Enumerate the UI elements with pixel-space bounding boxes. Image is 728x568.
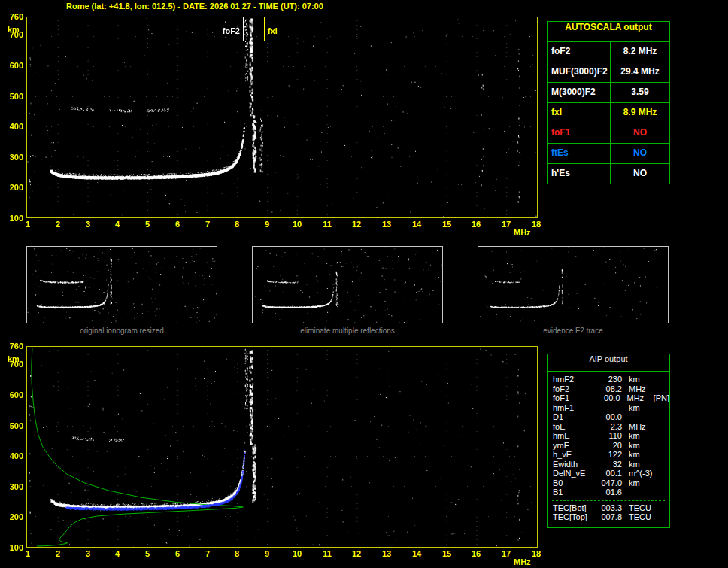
param-label: TEC[Bot] (548, 503, 598, 513)
param-unit: km (622, 375, 654, 384)
param-unit: km (622, 431, 654, 441)
param-label: foF2 (548, 42, 611, 62)
x-tick-label: 2 (51, 220, 65, 229)
x-tick-label: 4 (111, 220, 124, 229)
aip-row-b1: B101.6 (548, 488, 669, 497)
x-tick-label: 17 (499, 220, 513, 229)
table-row-muf3000f2: MUF(3000)F2 29.4 MHz (548, 62, 669, 83)
y-tick-label: 760 (1, 342, 23, 351)
param-label: foE (548, 422, 592, 432)
aip-row-foe: foE2.3MHz (548, 422, 669, 432)
param-value: 08.2 (592, 384, 622, 394)
y-axis-unit-label: km (8, 355, 20, 363)
x-tick-label: 8 (230, 220, 244, 229)
aip-table-rows: hmF2230km foF208.2MHz foF100.0MHz[PN] hm… (548, 372, 669, 522)
tec-separator (552, 500, 665, 501)
param-value: 047.0 (592, 478, 622, 488)
param-value: 20 (592, 441, 622, 451)
thumbnail-caption: original ionogram resized (26, 327, 217, 335)
x-tick-label: 11 (320, 550, 334, 558)
x-tick-label: 17 (499, 550, 513, 558)
param-unit (622, 488, 654, 497)
aip-table-title: AIP output (548, 354, 669, 372)
x-tick-label: 18 (529, 550, 543, 558)
fxi-marker-line (264, 17, 265, 41)
y-tick-label: 200 (1, 184, 23, 192)
param-unit: MHz (620, 393, 652, 403)
param-value: --- (592, 403, 622, 413)
aip-row-d1: D100.0 (548, 412, 669, 422)
param-value: 003.3 (598, 503, 622, 513)
autoscala-table-title: AUTOSCALA output (548, 22, 669, 42)
top-ionogram-canvas (27, 17, 537, 217)
param-value: 29.4 MHz (611, 62, 669, 82)
y-tick-label: 500 (1, 422, 23, 430)
x-tick-label: 11 (320, 220, 334, 229)
param-value: 230 (592, 375, 622, 384)
y-tick-label: 300 (1, 483, 23, 491)
param-value: 32 (592, 460, 622, 469)
fof2-marker-line (243, 17, 244, 41)
x-tick-label: 13 (380, 220, 393, 229)
param-label: hmF1 (548, 403, 592, 413)
x-tick-label: 12 (350, 550, 363, 558)
aip-row-delnve: DelN_vE00.1m^(-3) (548, 469, 669, 478)
param-value: 00.0 (592, 412, 622, 422)
y-axis-unit-label: km (8, 26, 20, 34)
x-tick-label: 8 (230, 550, 244, 558)
top-ionogram-frame (26, 17, 538, 218)
x-tick-label: 12 (350, 220, 363, 229)
aip-row-tectop: TEC[Top]007.8TECU (548, 512, 669, 522)
aip-row-yme: ymE20km (548, 441, 669, 451)
param-label: foF1 (548, 123, 611, 143)
thumbnail-f2-trace-evidence (478, 246, 669, 323)
x-tick-label: 9 (260, 220, 274, 229)
fof2-marker-label: foF2 (217, 27, 240, 35)
param-label: TEC[Top] (548, 512, 598, 522)
param-label: fxI (548, 103, 611, 123)
param-label: M(3000)F2 (548, 83, 611, 102)
fxi-marker-label: fxI (268, 27, 278, 35)
param-value: 8.9 MHz (611, 103, 669, 123)
y-tick-label: 100 (1, 544, 23, 552)
param-unit: km (622, 403, 654, 413)
y-tick-label: 760 (1, 13, 23, 21)
param-label: hmF2 (548, 375, 592, 384)
aip-row-b0: B0047.0km (548, 478, 669, 488)
param-value: NO (611, 164, 669, 184)
x-tick-label: 1 (21, 220, 35, 229)
aip-output-table: AIP output hmF2230km foF208.2MHz foF100.… (547, 354, 670, 528)
param-unit: km (622, 441, 654, 451)
param-value: NO (611, 144, 669, 163)
param-unit: TECU (622, 512, 654, 522)
x-tick-label: 10 (290, 550, 304, 558)
param-value: 3.59 (611, 83, 669, 102)
x-tick-label: 6 (171, 220, 184, 229)
x-tick-label: 10 (290, 220, 304, 229)
aip-row-hmf2: hmF2230km (548, 375, 669, 384)
param-label: ymE (548, 441, 592, 451)
param-unit (622, 412, 654, 422)
x-tick-label: 2 (51, 550, 65, 558)
param-value: 00.1 (592, 469, 622, 478)
x-tick-label: 14 (410, 550, 423, 558)
x-axis-unit-label: MHz (514, 557, 531, 566)
x-tick-label: 14 (410, 220, 423, 229)
y-tick-label: 300 (1, 153, 23, 162)
param-label: ftEs (548, 144, 611, 163)
param-label: h_vE (548, 450, 592, 460)
x-tick-label: 4 (111, 550, 124, 558)
x-tick-label: 1 (21, 550, 35, 558)
table-row-hpes: h'Es NO (548, 164, 669, 184)
param-label: h'Es (548, 164, 611, 184)
thumbnail-original-ionogram (26, 246, 217, 323)
x-tick-label: 5 (141, 550, 154, 558)
table-row-fxi: fxI 8.9 MHz (548, 103, 669, 123)
x-tick-label: 16 (469, 550, 483, 558)
param-value: 00.0 (591, 393, 620, 403)
y-tick-label: 200 (1, 513, 23, 521)
thumbnail-caption: evidence F2 trace (478, 327, 669, 335)
bottom-ionogram-frame (26, 346, 538, 548)
aip-row-fof1: foF100.0MHz[PN] (548, 393, 669, 403)
thumbnail-caption: eliminate multiple reflections (252, 327, 443, 335)
